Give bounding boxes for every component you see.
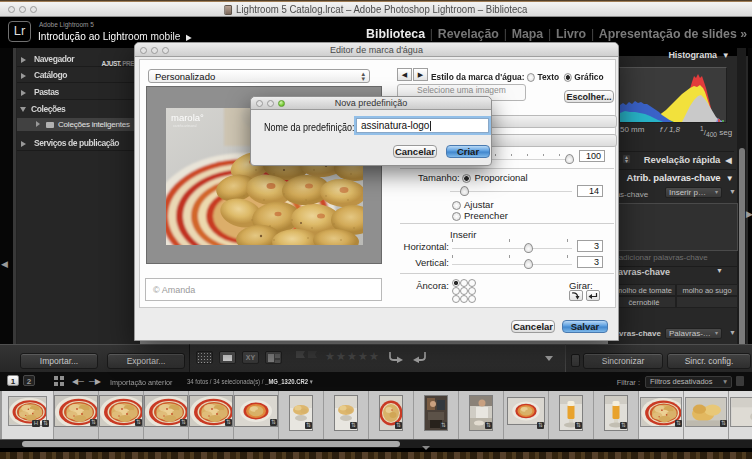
- svg-text:marola°: marola°: [171, 112, 204, 123]
- svg-text:cozinha artesanal: cozinha artesanal: [173, 124, 197, 128]
